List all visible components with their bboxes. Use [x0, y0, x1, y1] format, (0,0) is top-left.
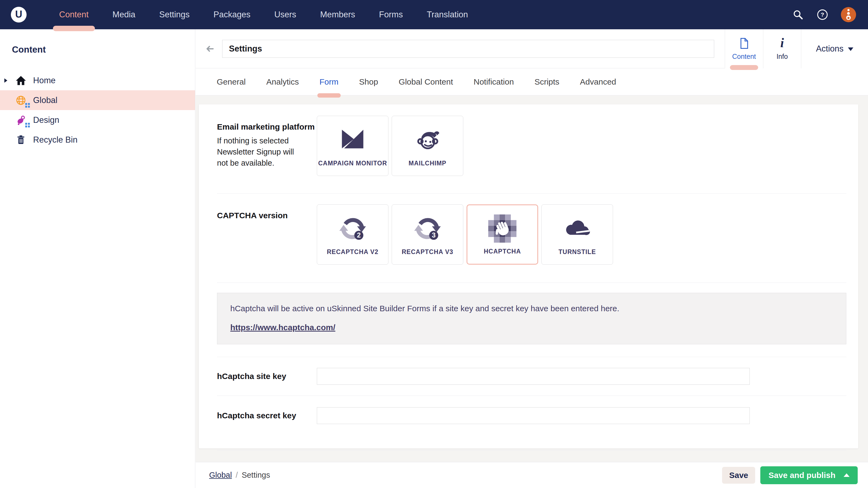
document-tabbar: General Analytics Form Shop Global Conte… [195, 68, 868, 95]
tab-scripts[interactable]: Scripts [524, 68, 569, 95]
footer-actions: Save Save and publish [722, 466, 858, 484]
topnav-utilities: ? [792, 7, 856, 22]
property-email-marketing-platform: Email marketing platform If nothing is s… [217, 104, 846, 194]
trash-icon [15, 134, 27, 145]
nav-item-content[interactable]: Content [47, 0, 101, 29]
pending-changes-dots [25, 123, 30, 127]
nav-item-members[interactable]: Members [308, 0, 367, 29]
breadcrumb: Global / Settings [209, 470, 270, 480]
svg-text:3: 3 [432, 231, 436, 239]
chevron-up-icon[interactable] [844, 474, 849, 477]
paint-icon [15, 115, 27, 126]
content-tree: Home Global Design Recycl [0, 70, 195, 150]
hand-icon [492, 218, 513, 238]
tab-global-content[interactable]: Global Content [389, 68, 463, 95]
tab-form[interactable]: Form [309, 68, 349, 95]
property-hcaptcha-site-key: hCaptcha site key [217, 357, 846, 396]
umbraco-backoffice: U Content Media Settings Packages Users … [0, 0, 868, 488]
svg-text:2: 2 [357, 231, 361, 239]
search-icon [792, 9, 804, 21]
hcaptcha-link[interactable]: https://www.hcaptcha.com/ [230, 323, 335, 332]
tab-advanced[interactable]: Advanced [569, 68, 626, 95]
back-button[interactable] [204, 42, 217, 55]
panel-tab-content[interactable]: Content [725, 29, 763, 68]
option-card-mailchimp[interactable]: MAILCHIMP [392, 116, 463, 176]
save-button[interactable]: Save [722, 467, 755, 484]
help-button[interactable]: ? [816, 9, 828, 21]
chevron-down-icon [848, 47, 854, 51]
hcaptcha-icon [488, 205, 517, 248]
cloudflare-cloud-icon [563, 205, 591, 248]
email-platform-label: Email marketing platform [217, 122, 317, 131]
breadcrumb-separator: / [236, 470, 238, 480]
avatar-glyph-icon [841, 7, 856, 22]
document-icon [738, 37, 750, 50]
panel-tab-info[interactable]: i Info [763, 29, 801, 68]
hcaptcha-notice-text: hCaptcha will be active on uSkinned Site… [230, 304, 833, 313]
umbraco-logo-letter: U [15, 9, 22, 20]
recaptcha-v3-icon: 3 [413, 205, 442, 248]
tree-item-design[interactable]: Design [0, 110, 195, 130]
secret-key-label: hCaptcha secret key [217, 411, 317, 420]
tab-shop[interactable]: Shop [349, 68, 389, 95]
nav-item-media[interactable]: Media [101, 0, 147, 29]
secret-key-input[interactable] [317, 407, 750, 424]
tab-notification[interactable]: Notification [463, 68, 524, 95]
property-hcaptcha-secret-key: hCaptcha secret key [217, 396, 846, 450]
tree-item-recycle-bin[interactable]: Recycle Bin [0, 130, 195, 150]
recaptcha-v2-icon: 2 [339, 205, 367, 248]
editor-header: Content i Info Actions [195, 29, 868, 68]
umbraco-logo-icon[interactable]: U [11, 7, 27, 23]
tab-analytics[interactable]: Analytics [256, 68, 309, 95]
sidebar-section-title: Content [12, 44, 195, 55]
site-key-label: hCaptcha site key [217, 372, 317, 381]
option-card-recaptcha-v2[interactable]: 2 RECAPTCHA V2 [317, 204, 389, 265]
save-and-publish-button[interactable]: Save and publish [760, 466, 858, 484]
editor-main: Content i Info Actions General Analytics… [195, 29, 868, 488]
breadcrumb-current: Settings [242, 470, 270, 480]
content-tree-sidebar: Content Home Global [0, 29, 195, 488]
tree-item-global[interactable]: Global [0, 90, 195, 110]
option-card-hcaptcha[interactable]: HCAPTCHA [467, 204, 538, 265]
active-tab-indicator [317, 93, 341, 98]
hcaptcha-notice: hCaptcha will be active on uSkinned Site… [217, 293, 846, 344]
email-platform-description: If nothing is selected Newsletter Signup… [217, 135, 304, 169]
search-button[interactable] [792, 9, 804, 21]
globe-icon [15, 95, 27, 106]
editor-panel-tabs: Content i Info [725, 29, 801, 68]
actions-dropdown[interactable]: Actions [801, 29, 868, 68]
nav-item-packages[interactable]: Packages [202, 0, 262, 29]
option-card-campaign-monitor[interactable]: CAMPAIGN MONITOR [317, 116, 389, 176]
user-avatar[interactable] [841, 7, 856, 22]
site-key-input[interactable] [317, 368, 750, 385]
breadcrumb-global-link[interactable]: Global [209, 470, 232, 480]
expand-caret-icon[interactable] [4, 78, 7, 83]
form-settings-card: Email marketing platform If nothing is s… [199, 104, 858, 448]
active-panel-tab-indicator [730, 65, 758, 70]
back-arrow-icon [204, 42, 217, 55]
pending-changes-dots [25, 103, 30, 108]
property-captcha-version: CAPTCHA version 2 RECAPTCHA V2 [217, 194, 846, 283]
tab-general[interactable]: General [207, 68, 256, 95]
info-icon: i [780, 37, 784, 50]
document-title-input[interactable] [222, 40, 714, 58]
editor-content-area: Email marketing platform If nothing is s… [195, 95, 868, 462]
nav-item-forms[interactable]: Forms [367, 0, 415, 29]
captcha-version-label: CAPTCHA version [217, 211, 317, 220]
svg-text:?: ? [821, 11, 824, 18]
nav-item-translation[interactable]: Translation [415, 0, 480, 29]
editor-footer: Global / Settings Save Save and publish [195, 462, 868, 488]
tree-item-home[interactable]: Home [0, 70, 195, 90]
nav-item-settings[interactable]: Settings [147, 0, 202, 29]
nav-item-users[interactable]: Users [262, 0, 308, 29]
campaign-monitor-icon [339, 116, 367, 160]
mailchimp-icon [413, 116, 442, 160]
option-card-turnstile[interactable]: TURNSTILE [541, 204, 613, 265]
help-icon: ? [816, 9, 828, 21]
home-icon [15, 75, 27, 86]
section-nav: Content Media Settings Packages Users Me… [47, 0, 480, 29]
active-section-indicator [53, 26, 95, 31]
option-card-recaptcha-v3[interactable]: 3 RECAPTCHA V3 [392, 204, 463, 265]
top-navigation: U Content Media Settings Packages Users … [0, 0, 868, 29]
